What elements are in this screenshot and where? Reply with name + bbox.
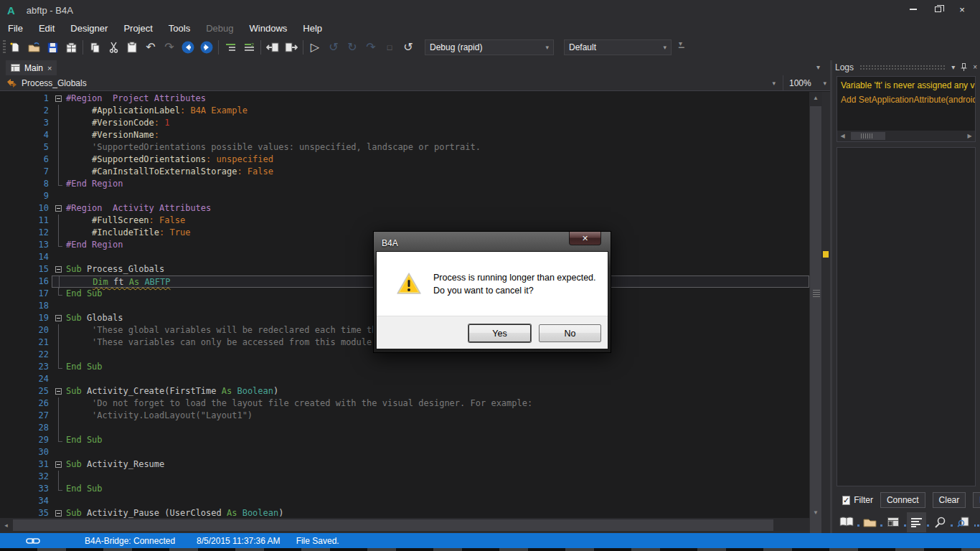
dialog-close-button[interactable]: ✕ [569,232,601,245]
warnings-horizontal-scrollbar[interactable]: ◀ ▶ [837,131,975,141]
libraries-tab[interactable] [837,512,857,532]
minimize-button[interactable] [901,1,925,17]
find-in-files-tab[interactable] [953,512,974,532]
code-line-7[interactable]: 7 #CanInstallToExternalStorage: False [0,166,809,178]
fold-collapse-icon[interactable] [52,385,66,397]
find-tab[interactable] [930,512,950,532]
panel-close-icon[interactable]: × [973,63,977,71]
code-line-8[interactable]: 8#End Region [0,178,809,190]
stop-button[interactable]: □ [380,38,399,57]
code-line-25[interactable]: 25Sub Activity_Create(FirstTime As Boole… [0,385,809,397]
fold-collapse-icon[interactable] [52,458,66,471]
warning-marker[interactable] [823,251,829,258]
tab-list-dropdown-icon[interactable]: ▾ [816,63,820,71]
code-line-28[interactable]: 28 [0,422,809,434]
build-config-select[interactable]: Default ▾ [564,39,672,55]
scroll-left-icon[interactable]: ◂ [0,518,12,532]
warning-item-2[interactable]: Add SetApplicationAttribute(android [841,95,975,105]
code-line-35[interactable]: 35Sub Activity_Pause (UserClosed As Bool… [0,507,809,518]
uncomment-button[interactable]: 2 [240,38,258,57]
connect-button[interactable]: Connect [880,492,925,508]
files-tab[interactable] [860,512,880,532]
code-line-34[interactable]: 34 [0,495,809,507]
scroll-left-icon[interactable]: ◀ [837,133,848,139]
code-line-31[interactable]: 31Sub Activity_Resume [0,458,809,471]
warning-item-1[interactable]: Variable 'ft' is never assigned any valu… [841,80,975,91]
menu-edit[interactable]: Edit [31,22,62,35]
warnings-list[interactable]: Variable 'ft' is never assigned any valu… [837,76,976,142]
code-line-1[interactable]: 1#Region Project Attributes [0,93,809,105]
code-line-29[interactable]: 29End Sub [0,434,809,446]
clear-button[interactable]: Clear [933,492,966,508]
tab-main[interactable]: Main × [6,60,57,75]
panel-menu-icon[interactable]: ▾ [951,63,955,71]
redo-button[interactable]: ↷ [160,38,179,57]
editor-horizontal-scrollbar[interactable]: ◂ [0,518,809,532]
step-over-button[interactable]: ↻ [343,38,362,57]
scroll-right-icon[interactable]: ▶ [964,133,975,139]
open-project-button[interactable] [24,38,43,57]
scrollbar-thumb[interactable] [851,132,885,140]
step-into-button[interactable]: ↷ [362,38,380,57]
scroll-up-icon[interactable]: ▲ [809,92,822,103]
menu-help[interactable]: Help [295,22,330,35]
menu-windows[interactable]: Windows [242,22,296,35]
restart-button[interactable]: ↺ [399,38,418,57]
fold-collapse-icon[interactable] [52,312,66,324]
yes-button[interactable]: Yes [468,324,531,342]
code-line-32[interactable]: 32 [0,471,809,483]
fold-collapse-icon[interactable] [52,263,66,276]
scrollbar-thumb[interactable] [810,106,821,537]
code-line-10[interactable]: 10#Region Activity Attributes [0,202,809,215]
code-line-4[interactable]: 4 #VersionName: [0,129,809,141]
dialog-title-bar[interactable]: B4A ✕ [376,234,608,251]
code-line-2[interactable]: 2 #ApplicationLabel: B4A Example [0,105,809,117]
previous-module-button[interactable] [263,38,282,57]
undo-button[interactable]: ↶ [141,38,160,57]
toolbar-overflow-icon[interactable]: ▾▔ [679,39,684,55]
list-button[interactable]: List [973,492,980,508]
logs-panel-header[interactable]: Logs ▾ × [835,60,977,74]
code-line-26[interactable]: 26 'Do not forget to load the layout fil… [0,397,809,410]
save-button[interactable] [43,38,62,57]
scope-select[interactable]: Process_Globals ▾ [0,75,783,91]
code-line-11[interactable]: 11 #FullScreen: False [0,215,809,227]
code-line-30[interactable]: 30 [0,446,809,458]
debug-mode-select[interactable]: Debug (rapid) ▾ [425,39,554,55]
navigate-back-button[interactable] [179,38,197,57]
scroll-down-icon[interactable]: ▼ [809,507,822,518]
restore-button[interactable] [925,1,950,17]
tab-close-icon[interactable]: × [47,64,52,72]
comment-button[interactable] [221,38,240,57]
fold-collapse-icon[interactable] [52,507,66,518]
menu-file[interactable]: File [0,22,31,35]
zoom-select[interactable]: 100% ▾ [783,75,830,91]
code-line-27[interactable]: 27 'Activity.LoadLayout("Layout1") [0,410,809,422]
log-output-area[interactable] [837,147,976,486]
code-line-6[interactable]: 6 #SupportedOrientations: unspecified [0,154,809,166]
cut-button[interactable] [104,38,123,57]
next-module-button[interactable] [282,38,301,57]
pin-icon[interactable] [961,63,967,71]
copy-button[interactable] [85,38,104,57]
paste-button[interactable] [123,38,141,57]
code-line-9[interactable]: 9 [0,190,809,202]
code-line-24[interactable]: 24 [0,373,809,385]
new-file-button[interactable] [6,38,24,57]
menu-project[interactable]: Project [116,22,160,35]
package-button[interactable] [62,38,80,57]
code-line-33[interactable]: 33End Sub [0,483,809,495]
filter-checkbox[interactable]: ✓ [842,496,850,505]
run-button[interactable]: ▷ [306,38,324,57]
code-line-23[interactable]: 23End Sub [0,361,809,373]
menu-tools[interactable]: Tools [161,22,198,35]
modules-tab[interactable] [883,512,903,532]
resume-button[interactable]: ↺ [324,38,343,57]
no-button[interactable]: No [539,324,601,342]
code-line-5[interactable]: 5 'SupportedOrientations possible values… [0,141,809,154]
scrollbar-thumb[interactable] [13,519,773,531]
editor-vertical-scrollbar[interactable]: ▲ ▼ [809,92,822,518]
fold-collapse-icon[interactable] [52,93,66,105]
logs-tab[interactable] [907,512,927,532]
code-line-3[interactable]: 3 #VersionCode: 1 [0,117,809,129]
